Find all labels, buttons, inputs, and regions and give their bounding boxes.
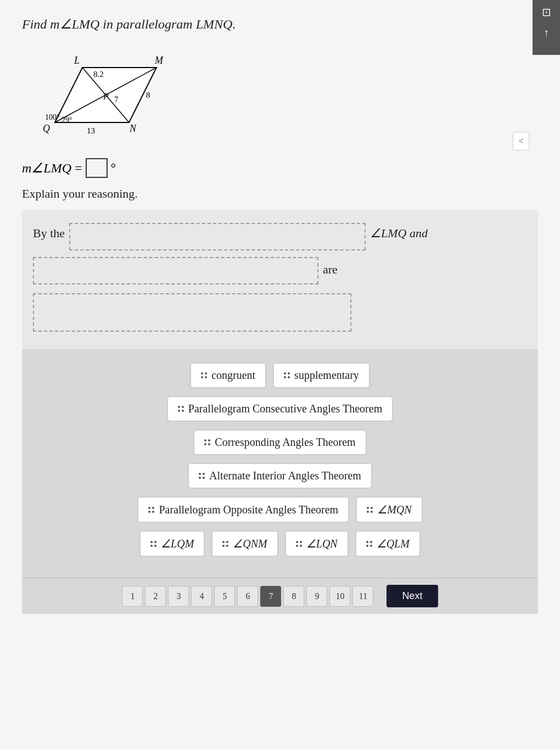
tile-opposite-text: Parallelogram Opposite Angles Theorem [159, 504, 338, 516]
drag-icon-mqn [367, 507, 373, 513]
tile-angle-mqn[interactable]: ∠MQN [356, 496, 422, 523]
nav-page-11[interactable]: 11 [352, 586, 373, 607]
title-period: . [232, 17, 236, 31]
next-button[interactable]: Next [387, 585, 438, 607]
label-P: P [103, 92, 109, 101]
are-label: are [323, 262, 338, 277]
diagram-area: L M Q N P 8.2 7 8 100° 29° 13 [22, 43, 538, 142]
drag-icon-opposite [148, 507, 154, 513]
tile-qnm-text: ∠QNM [233, 537, 267, 550]
right-sidebar: ⊡ ↑ [533, 0, 560, 55]
nav-page-6[interactable]: 6 [237, 586, 258, 607]
tile-angle-qnm[interactable]: ∠QNM [211, 530, 278, 557]
explain-label: Explain your reasoning. [22, 187, 538, 201]
drop-zone-angle[interactable] [33, 257, 318, 284]
drag-icon-qlm [366, 541, 372, 547]
tile-qlm-text: ∠QLM [377, 537, 410, 550]
val-7: 7 [114, 95, 119, 104]
nav-page-7[interactable]: 7 [260, 586, 281, 607]
drag-icon-congruent [201, 372, 207, 378]
val-8-2: 8.2 [93, 70, 104, 79]
title-angle: m∠LMQ [50, 17, 99, 31]
tile-consecutive-text: Parallelogram Consecutive Angles Theorem [188, 403, 382, 415]
tile-parallelogram-opposite[interactable]: Parallelogram Opposite Angles Theorem [137, 496, 349, 523]
tiles-row-1: congruent supplementary [55, 362, 505, 388]
val-8: 8 [146, 91, 150, 99]
tile-supplementary[interactable]: supplementary [273, 362, 370, 388]
nav-page-8[interactable]: 8 [283, 586, 304, 607]
nav-page-2[interactable]: 2 [145, 586, 166, 607]
tile-supplementary-text: supplementary [294, 369, 359, 382]
degree-sign: ° [111, 161, 116, 176]
val-100: 100° [45, 113, 60, 121]
tile-parallelogram-consecutive[interactable]: Parallelogram Consecutive Angles Theorem [167, 396, 393, 422]
title-suffix: in parallelogram [99, 17, 195, 31]
equals-sign: = [75, 161, 82, 176]
tile-mqn-text: ∠MQN [377, 503, 411, 516]
nav-page-10[interactable]: 10 [329, 586, 350, 607]
tile-alternate-text: Alternate Interior Angles Theorem [209, 469, 361, 482]
nav-page-3[interactable]: 3 [168, 586, 189, 607]
tile-congruent[interactable]: congruent [190, 362, 266, 388]
tile-corresponding[interactable]: Corresponding Angles Theorem [193, 429, 366, 455]
bottom-navigation: 1 2 3 4 5 6 7 8 9 10 11 Next [22, 578, 538, 614]
nav-page-9[interactable]: 9 [306, 586, 327, 607]
nav-page-1[interactable]: 1 [122, 586, 143, 607]
label-M: M [154, 55, 164, 66]
problem-title: Find m∠LMQ in parallelogram LMNQ. [22, 16, 538, 32]
answer-input[interactable] [86, 158, 108, 178]
answer-label: m∠LMQ [22, 160, 71, 176]
angle-ref-label: ∠LMQ and [370, 226, 428, 241]
label-N: N [129, 123, 137, 134]
tile-angle-lqm[interactable]: ∠LQM [139, 530, 205, 557]
drag-icon-consecutive [178, 406, 184, 412]
by-the-label: By the [33, 226, 65, 241]
parallelogram-diagram: L M Q N P 8.2 7 8 100° 29° 13 [22, 43, 176, 142]
label-Q: Q [43, 123, 50, 134]
nav-page-5[interactable]: 5 [214, 586, 235, 607]
drop-zone-relationship[interactable] [33, 293, 351, 332]
collapse-button[interactable]: < [513, 132, 529, 150]
tile-congruent-text: congruent [211, 369, 255, 382]
tile-alternate-interior[interactable]: Alternate Interior Angles Theorem [188, 463, 372, 489]
tile-lqm-text: ∠LQM [161, 537, 194, 550]
tile-lqn-text: ∠LQN [306, 537, 338, 550]
tiles-area: congruent supplementary Parallelogram Co… [22, 349, 538, 578]
drag-icon-qnm [222, 541, 228, 547]
title-prefix: Find [22, 17, 50, 31]
drag-icon-lqn [296, 541, 302, 547]
tiles-row-2: Parallelogram Consecutive Angles Theorem [55, 396, 505, 422]
reasoning-area: By the ∠LMQ and are [22, 210, 538, 349]
tiles-row-4: Alternate Interior Angles Theorem [55, 463, 505, 489]
tiles-row-5: Parallelogram Opposite Angles Theorem ∠M… [55, 496, 505, 523]
drag-icon-corresponding [204, 439, 210, 445]
sidebar-icon-2[interactable]: ↑ [544, 26, 549, 39]
label-L: L [74, 55, 80, 66]
tiles-row-6: ∠LQM ∠QNM ∠LQN ∠QLM [55, 530, 505, 557]
tile-angle-qlm[interactable]: ∠QLM [355, 530, 421, 557]
drop-zone-row-1: By the ∠LMQ and [33, 223, 527, 250]
drop-zone-theorem[interactable] [69, 223, 366, 250]
tiles-row-3: Corresponding Angles Theorem [55, 429, 505, 455]
nav-page-4[interactable]: 4 [191, 586, 212, 607]
tile-corresponding-text: Corresponding Angles Theorem [215, 436, 355, 449]
answer-row: m∠LMQ = ° [22, 158, 538, 178]
drag-icon-lqm [150, 541, 156, 547]
drag-icon-supplementary [284, 372, 290, 378]
title-shape: LMNQ [196, 17, 233, 31]
sidebar-icon-1[interactable]: ⊡ [542, 5, 551, 19]
val-13: 13 [87, 126, 95, 135]
tile-angle-lqn[interactable]: ∠LQN [285, 530, 349, 557]
val-29: 29° [61, 116, 72, 124]
drag-icon-alternate [199, 473, 205, 479]
